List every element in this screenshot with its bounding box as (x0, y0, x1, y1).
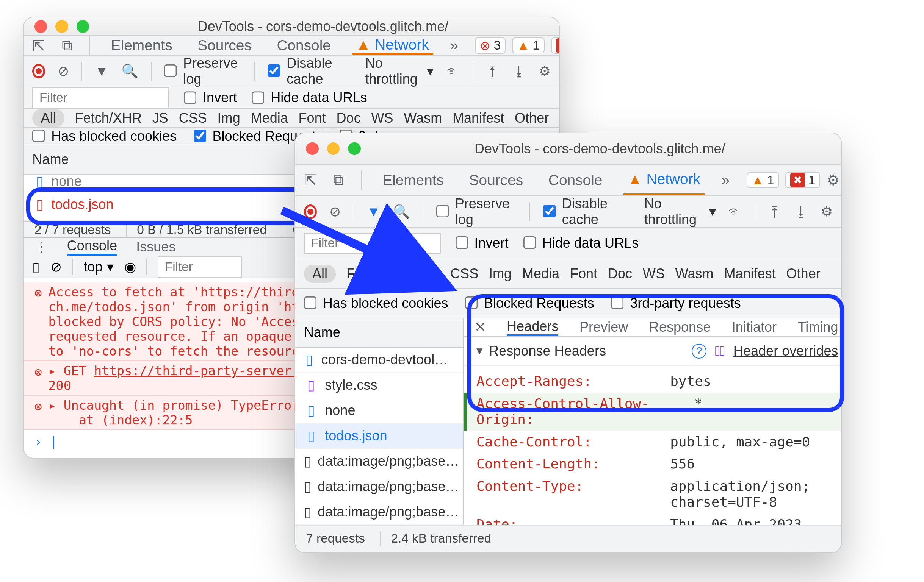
type-img[interactable]: Img (218, 110, 240, 126)
context-select[interactable]: top ▾ (84, 259, 114, 275)
header-row-edited[interactable]: Access-Control-Allow-Origin:* (464, 393, 842, 431)
header-row[interactable]: Cache-Control:public, max-age=0 (464, 431, 842, 453)
response-headers-bar[interactable]: ▼ Response Headers ? ▯ͦ Header overrides (464, 337, 842, 366)
record-icon[interactable] (304, 204, 317, 219)
tab-elements[interactable]: Elements (378, 165, 448, 196)
disable-cache-checkbox[interactable]: Disable cache (267, 55, 353, 87)
drawer-tab-issues[interactable]: Issues (136, 239, 175, 255)
throttling-select[interactable]: No throttling▾ (365, 55, 434, 87)
third-party-checkbox[interactable]: 3rd-party requests (611, 295, 741, 311)
search-icon[interactable]: 🔍 (393, 204, 410, 220)
filter-input[interactable] (304, 233, 441, 254)
blocked-requests-checkbox[interactable]: Blocked Requests (465, 295, 594, 311)
help-icon[interactable]: ? (692, 344, 706, 358)
upload-icon[interactable]: ⭱ (486, 63, 500, 79)
disclosure-icon[interactable]: ▸ (48, 363, 56, 378)
network-settings-icon[interactable]: ⚙ (820, 204, 833, 220)
errors-chip[interactable]: ⊗3 (475, 38, 506, 54)
type-font[interactable]: Font (299, 110, 326, 126)
type-img[interactable]: Img (489, 266, 512, 282)
filter-icon[interactable]: ▼ (367, 204, 381, 220)
type-ws[interactable]: WS (371, 110, 393, 126)
preserve-log-checkbox[interactable]: Preserve log (436, 196, 517, 228)
device-icon[interactable]: ⧉ (333, 171, 344, 189)
tab-sources[interactable]: Sources (465, 165, 528, 196)
list-item[interactable]: ▯none (295, 398, 463, 424)
header-row[interactable]: Content-Type:application/json; charset=U… (464, 475, 842, 513)
blocked-chip[interactable]: ✖2 (551, 38, 560, 54)
list-item[interactable]: ▯cors-demo-devtools.glitch.me (295, 348, 463, 373)
list-item[interactable]: ▯data:image/png;base… (295, 475, 463, 500)
tab-console[interactable]: Console (272, 36, 335, 55)
drawer-tab-console[interactable]: Console (67, 238, 117, 256)
header-overrides-link[interactable]: Header overrides (733, 343, 838, 359)
header-row[interactable]: Accept-Ranges:bytes (464, 370, 842, 393)
warnings-chip[interactable]: ▲1 (747, 172, 779, 188)
type-css[interactable]: CSS (450, 266, 478, 282)
type-media[interactable]: Media (251, 110, 288, 126)
download-icon[interactable]: ⭳ (512, 63, 526, 79)
filter-icon[interactable]: ▼ (95, 63, 109, 79)
clear-icon[interactable]: ⊘ (58, 63, 69, 79)
header-row[interactable]: Content-Length:556 (464, 453, 842, 475)
sidebar-toggle-icon[interactable]: ▯ (32, 259, 40, 275)
request-list-header[interactable]: Name (295, 319, 463, 348)
blocked-cookies-checkbox[interactable]: Has blocked cookies (32, 128, 177, 144)
detail-tab-headers[interactable]: Headers (507, 319, 558, 336)
inspect-icon[interactable]: ⇱ (32, 37, 45, 54)
maximize-icon[interactable] (77, 20, 89, 33)
list-item-selected[interactable]: ▯todos.json (295, 424, 463, 449)
type-media[interactable]: Media (522, 266, 559, 282)
download-icon[interactable]: ⭳ (794, 204, 808, 220)
list-item[interactable]: ▯style.css (295, 373, 463, 398)
list-item[interactable]: ▯data:image/png;base… (295, 500, 463, 525)
invert-checkbox[interactable]: Invert (455, 235, 508, 251)
disclosure-icon[interactable]: ▼ (475, 345, 485, 357)
warnings-chip[interactable]: ▲1 (512, 38, 544, 53)
tab-network[interactable]: ▲Network (352, 36, 433, 55)
type-other[interactable]: Other (515, 110, 549, 126)
detail-tab-initiator[interactable]: Initiator (732, 319, 777, 335)
type-js[interactable]: JS (424, 266, 440, 282)
type-wasm[interactable]: Wasm (404, 110, 442, 126)
preserve-log-checkbox[interactable]: Preserve log (164, 55, 241, 87)
wifi-icon[interactable]: ᯤ (728, 204, 742, 220)
type-doc[interactable]: Doc (608, 266, 632, 282)
type-all[interactable]: All (304, 265, 336, 283)
minimize-icon[interactable] (327, 142, 340, 155)
filter-input[interactable] (32, 87, 169, 109)
close-detail-icon[interactable]: ✕ (475, 319, 486, 335)
tab-elements[interactable]: Elements (107, 36, 177, 55)
minimize-icon[interactable] (55, 20, 68, 33)
network-settings-icon[interactable]: ⚙ (539, 63, 551, 79)
type-wasm[interactable]: Wasm (675, 266, 714, 282)
maximize-icon[interactable] (348, 142, 360, 155)
list-item[interactable]: ▯data:image/png;base… (295, 449, 463, 475)
type-other[interactable]: Other (786, 266, 820, 282)
detail-tab-timing[interactable]: Timing (798, 319, 838, 335)
type-all[interactable]: All (32, 109, 64, 127)
detail-tab-response[interactable]: Response (649, 319, 711, 335)
type-font[interactable]: Font (570, 266, 597, 282)
blocked-cookies-checkbox[interactable]: Has blocked cookies (304, 295, 448, 311)
tab-sources[interactable]: Sources (193, 36, 256, 55)
wifi-icon[interactable]: ᯤ (447, 63, 460, 79)
disclosure-icon[interactable]: ▸ (48, 398, 56, 413)
console-filter-input[interactable] (158, 256, 242, 278)
blocked-chip[interactable]: ✖1 (785, 172, 820, 188)
drawer-kebab-icon[interactable]: ⋮ (35, 239, 48, 255)
close-icon[interactable] (306, 142, 318, 155)
clear-icon[interactable]: ⊘ (329, 204, 341, 220)
type-ws[interactable]: WS (643, 266, 665, 282)
hide-data-urls-checkbox[interactable]: Hide data URLs (523, 235, 639, 251)
eye-icon[interactable]: ◉ (124, 259, 136, 275)
device-icon[interactable]: ⧉ (62, 37, 73, 54)
tab-console[interactable]: Console (544, 165, 607, 196)
throttling-select[interactable]: No throttling▾ (644, 196, 716, 228)
tab-network[interactable]: ▲Network (624, 165, 705, 196)
record-icon[interactable] (32, 64, 45, 79)
inspect-icon[interactable]: ⇱ (304, 171, 317, 189)
type-manifest[interactable]: Manifest (452, 110, 504, 126)
disable-cache-checkbox[interactable]: Disable cache (543, 196, 632, 228)
type-js[interactable]: JS (152, 110, 168, 126)
